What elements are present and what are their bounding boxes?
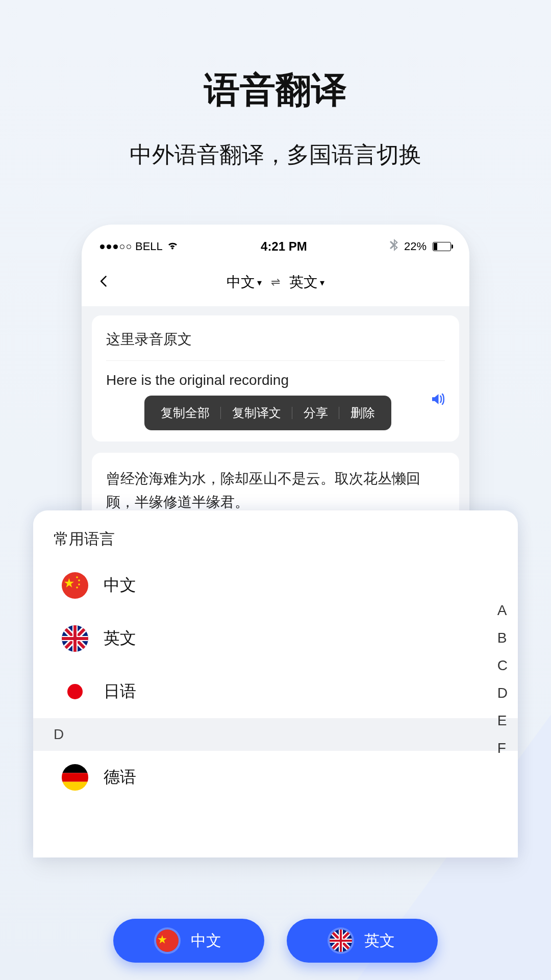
panel-header: 常用语言 [33, 510, 518, 559]
alpha-index[interactable]: A B C D E F [497, 602, 508, 756]
index-letter[interactable]: C [497, 657, 508, 674]
language-item-german[interactable]: 德语 [33, 751, 518, 804]
action-popover: 复制全部 复制译文 分享 删除 [144, 396, 391, 430]
speak-chinese-button[interactable]: 中文 [113, 919, 264, 963]
button-label: 中文 [191, 930, 221, 951]
flag-uk-icon [62, 625, 88, 652]
delete-button[interactable]: 删除 [339, 405, 386, 421]
copy-translation-button[interactable]: 复制译文 [221, 405, 292, 421]
source-text: 这里录音原文 [106, 330, 445, 349]
index-letter[interactable]: F [497, 740, 508, 756]
svg-rect-2 [62, 572, 88, 599]
chevron-down-icon: ▾ [320, 278, 324, 288]
chevron-down-icon: ▾ [257, 278, 262, 288]
flag-china-icon [62, 572, 88, 599]
status-bar: BELL 4:21 PM 22% [82, 225, 469, 261]
share-button[interactable]: 分享 [292, 405, 339, 421]
svg-rect-16 [62, 782, 88, 791]
index-letter[interactable]: A [497, 602, 508, 619]
battery-pct: 22% [404, 240, 427, 253]
nav-bar: 中文▾ ⇌ 英文▾ [82, 261, 469, 306]
carrier-label: BELL [135, 240, 163, 253]
language-label: 中文 [104, 574, 136, 597]
hero-subtitle: 中外语音翻译，多国语言切换 [0, 140, 551, 170]
button-label: 英文 [364, 930, 395, 951]
section-letter: D [33, 718, 518, 751]
translation-card: 这里录音原文 Here is the original recording 复制… [92, 315, 459, 442]
flag-uk-icon [330, 929, 352, 952]
flag-japan-icon [62, 678, 88, 705]
phone-mock: BELL 4:21 PM 22% 中文▾ ⇌ 英文▾ 这里录音原文 Here [82, 225, 469, 537]
svg-rect-17 [156, 929, 179, 952]
svg-rect-14 [62, 764, 88, 773]
lang-from-selector[interactable]: 中文▾ [227, 273, 262, 292]
svg-point-5 [78, 583, 80, 585]
bottom-buttons: 中文 英文 [113, 919, 438, 963]
flag-germany-icon [62, 764, 88, 791]
bluetooth-icon [390, 239, 398, 254]
language-label: 英文 [104, 627, 136, 650]
svg-point-6 [76, 586, 78, 589]
svg-rect-22 [330, 940, 352, 942]
time-label: 4:21 PM [261, 239, 307, 254]
language-item-japanese[interactable]: 日语 [33, 665, 518, 718]
svg-point-3 [76, 576, 78, 578]
language-label: 日语 [104, 680, 136, 703]
wifi-icon [167, 241, 178, 253]
language-panel: 常用语言 中文 英文 日语 D 德语 A B C D E F [33, 510, 518, 857]
play-audio-icon[interactable] [430, 391, 445, 410]
index-letter[interactable]: B [497, 630, 508, 646]
hero-title: 语音翻译 [0, 66, 551, 114]
speak-english-button[interactable]: 英文 [287, 919, 438, 963]
lang-to-selector[interactable]: 英文▾ [289, 273, 324, 292]
svg-rect-15 [62, 773, 88, 781]
language-item-chinese[interactable]: 中文 [33, 559, 518, 612]
index-letter[interactable]: E [497, 713, 508, 729]
copy-all-button[interactable]: 复制全部 [149, 405, 221, 421]
language-label: 德语 [104, 766, 136, 789]
swap-icon[interactable]: ⇌ [271, 276, 280, 289]
back-button[interactable] [97, 272, 122, 293]
language-item-english[interactable]: 英文 [33, 612, 518, 665]
svg-rect-11 [62, 637, 88, 640]
svg-point-13 [67, 684, 83, 699]
flag-china-icon [156, 929, 179, 952]
target-text: Here is the original recording [106, 372, 445, 388]
battery-icon [433, 242, 451, 251]
index-letter[interactable]: D [497, 685, 508, 701]
signal-icon [100, 244, 131, 249]
svg-point-4 [78, 579, 80, 581]
